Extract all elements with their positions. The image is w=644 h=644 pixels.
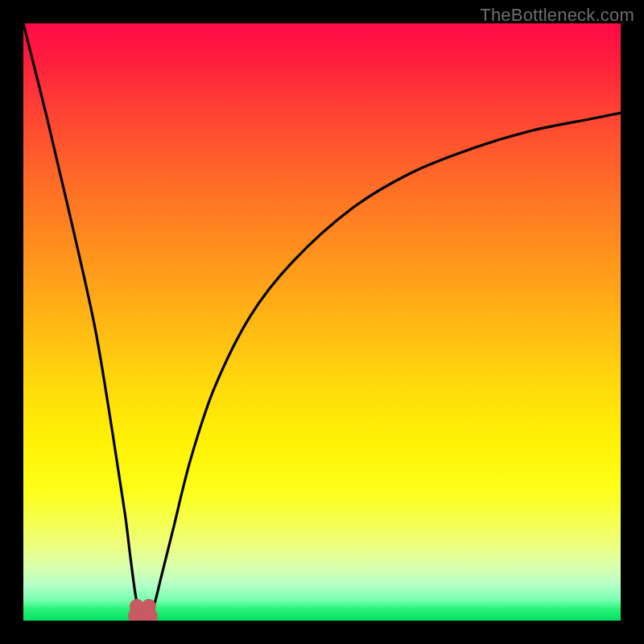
- chart-frame: TheBottleneck.com: [0, 0, 644, 644]
- plot-area: [23, 23, 621, 621]
- watermark-text: TheBottleneck.com: [480, 5, 634, 26]
- curve-layer: [23, 23, 621, 621]
- bottleneck-curve: [23, 23, 621, 621]
- minimum-markers: [128, 606, 158, 621]
